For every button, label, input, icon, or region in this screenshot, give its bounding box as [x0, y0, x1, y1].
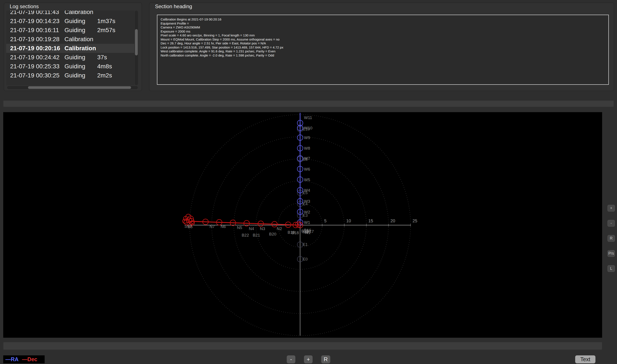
- calibration-info-line: Pixel scale = 4.60 arc-sec/px, Binning =…: [161, 33, 605, 38]
- axis-tick-label: 10: [346, 219, 351, 223]
- log-row-duration: 2m2s: [97, 72, 134, 79]
- log-row-type: Guiding: [64, 54, 97, 61]
- plot-l-toggle-button[interactable]: L: [607, 265, 615, 272]
- calibration-info-line: Dec = 26.7 deg, Hour angle = 2.51 hr, Pi…: [161, 41, 605, 46]
- log-section-row[interactable]: 21-07-19 00:24:42Guiding37s: [6, 53, 134, 62]
- log-section-row[interactable]: 21-07-19 00:11:43Calibration: [6, 11, 134, 17]
- log-row-time: 21-07-19 00:30:25: [10, 72, 64, 79]
- west-point-label: W5: [304, 178, 310, 182]
- north-point-label: N3: [260, 226, 265, 231]
- west-point-label: W6: [304, 167, 310, 171]
- log-row-duration: 37s: [97, 54, 134, 61]
- log-row-type: Guiding: [64, 63, 97, 70]
- west-point-label: W1: [304, 220, 310, 225]
- plot-ps-toggle-button[interactable]: P/s: [607, 250, 615, 257]
- calibration-plot[interactable]: 510152025E10E8E5E4E3E1E0W1W2W3W4W5W6W7W8…: [3, 112, 602, 338]
- legend-dec-entry: —Dec: [22, 356, 37, 363]
- section-heading-title: Section heading: [155, 3, 192, 10]
- west-point-label: W9: [304, 135, 310, 140]
- west-point-label: W8: [304, 146, 310, 151]
- log-row-type: Guiding: [64, 18, 97, 25]
- log-row-duration: 2m57s: [97, 27, 134, 34]
- axis-tick-label: 5: [324, 219, 327, 223]
- log-section-row[interactable]: 21-07-19 00:16:11Guiding2m57s: [6, 26, 134, 35]
- legend-ra-entry: —RA: [5, 356, 19, 363]
- zoom-in-button[interactable]: +: [304, 355, 313, 363]
- west-point-label: W3: [304, 199, 310, 204]
- calibration-info-line: Lock position = 1413.516, 157.499, Star …: [161, 46, 605, 50]
- log-row-time: 21-07-19 00:24:42: [10, 54, 64, 61]
- axis-tick-label: 20: [390, 219, 395, 223]
- log-section-list[interactable]: 21-07-19 00:11:43Calibration21-07-19 00:…: [6, 11, 134, 85]
- log-row-type: Guiding: [64, 72, 97, 79]
- north-point-label: N6: [220, 224, 226, 229]
- north-point-label: N7: [209, 224, 215, 229]
- reset-view-button[interactable]: R: [321, 355, 330, 363]
- plot-zoom-out-button[interactable]: -: [607, 220, 615, 227]
- axis-tick-label: 15: [368, 219, 373, 223]
- log-sections-panel: Log sections 21-07-19 00:11:43Calibratio…: [4, 3, 142, 91]
- calibration-plot-area[interactable]: 510152025E10E8E5E4E3E1E0W1W2W3W4W5W6W7W8…: [3, 112, 602, 338]
- west-point-label: W2: [304, 210, 310, 214]
- log-row-type: Calibration: [64, 45, 97, 52]
- backlash-point-label: B18: [292, 231, 299, 235]
- axis-tick-label: 25: [413, 219, 417, 223]
- backlash-point-label: B21: [253, 233, 260, 237]
- calibration-info-line: Mount = EQMod Mount, Calibration Step = …: [161, 38, 605, 42]
- log-section-row[interactable]: 21-07-19 00:14:23Guiding1m37s: [6, 17, 134, 26]
- log-row-time: 21-07-19 00:14:23: [10, 18, 64, 25]
- backlash-point-label: B20: [269, 232, 276, 236]
- section-heading-panel: Section heading Calibration Begins at 20…: [149, 3, 614, 91]
- log-section-row[interactable]: 21-07-19 00:19:28Calibration: [6, 35, 134, 44]
- south-point-label: S8: [188, 224, 193, 229]
- log-sections-title: Log sections: [10, 3, 39, 10]
- east-point-label: E1: [303, 242, 308, 247]
- text-view-button[interactable]: Text: [575, 355, 595, 363]
- vertical-scrollbar-thumb[interactable]: [135, 29, 138, 55]
- log-row-time: 21-07-19 00:16:11: [10, 27, 64, 34]
- calibration-info-line: North calibration complete. Angle = -2.0…: [161, 53, 605, 58]
- calibration-info-line: Camera = ZWO ASI290MM: [161, 26, 605, 29]
- calibration-info-line: Exposure = 2000 ms: [161, 29, 605, 34]
- west-point-label: W4: [304, 188, 310, 193]
- log-section-row[interactable]: 21-07-19 00:20:16Calibration: [6, 44, 134, 53]
- backlash-point-label: B22: [242, 233, 249, 237]
- log-row-time: 21-07-19 00:20:16: [10, 45, 64, 52]
- west-point-label: W10: [304, 126, 312, 130]
- plot-legend: —RA —Dec: [3, 355, 45, 363]
- north-point-label: N2: [277, 226, 282, 231]
- zoom-out-button[interactable]: -: [287, 355, 295, 363]
- log-row-type: Calibration: [64, 36, 97, 43]
- east-point-label: E0: [303, 257, 308, 261]
- horizontal-scrollbar-thumb[interactable]: [28, 86, 131, 89]
- west-point-label: W7: [304, 156, 310, 161]
- north-point-label: N4: [249, 226, 254, 231]
- west-point-label: W11: [304, 115, 312, 120]
- calibration-info-box: Calibration Begins at 2021-07-19 00:20:1…: [157, 15, 609, 85]
- log-list-vertical-scrollbar[interactable]: [135, 11, 138, 85]
- center-cluster-label: N1: [305, 230, 310, 235]
- north-calibration-line: [191, 221, 300, 225]
- log-section-row[interactable]: 21-07-19 00:30:25Guiding2m2s: [6, 71, 134, 80]
- log-row-time: 21-07-19 00:11:43: [10, 11, 64, 15]
- plot-reset-button[interactable]: R: [607, 235, 615, 242]
- log-list-horizontal-scrollbar[interactable]: [7, 86, 138, 89]
- plot-zoom-in-button[interactable]: +: [607, 205, 615, 211]
- log-section-row[interactable]: 21-07-19 00:25:33Guiding4m8s: [6, 62, 134, 71]
- log-row-type: Calibration: [64, 11, 97, 15]
- log-row-time: 21-07-19 00:19:28: [10, 36, 64, 43]
- log-row-duration: 4m8s: [97, 63, 134, 70]
- log-row-time: 21-07-19 00:25:33: [10, 63, 64, 70]
- log-row-type: Guiding: [64, 27, 97, 34]
- collapsed-bottom-bar[interactable]: [3, 342, 602, 350]
- calibration-info-line: Equipment Profile =: [161, 22, 605, 26]
- collapsed-top-bar[interactable]: [3, 101, 614, 107]
- north-point-label: N5: [237, 225, 242, 230]
- calibration-info-line: West calibration complete. Angle = 91.6 …: [161, 49, 605, 53]
- log-row-duration: 1m37s: [97, 18, 134, 25]
- calibration-info-line: Calibration Begins at 2021-07-19 00:20:1…: [161, 17, 605, 22]
- log-viewer-window: Log sections 21-07-19 00:11:43Calibratio…: [0, 0, 617, 364]
